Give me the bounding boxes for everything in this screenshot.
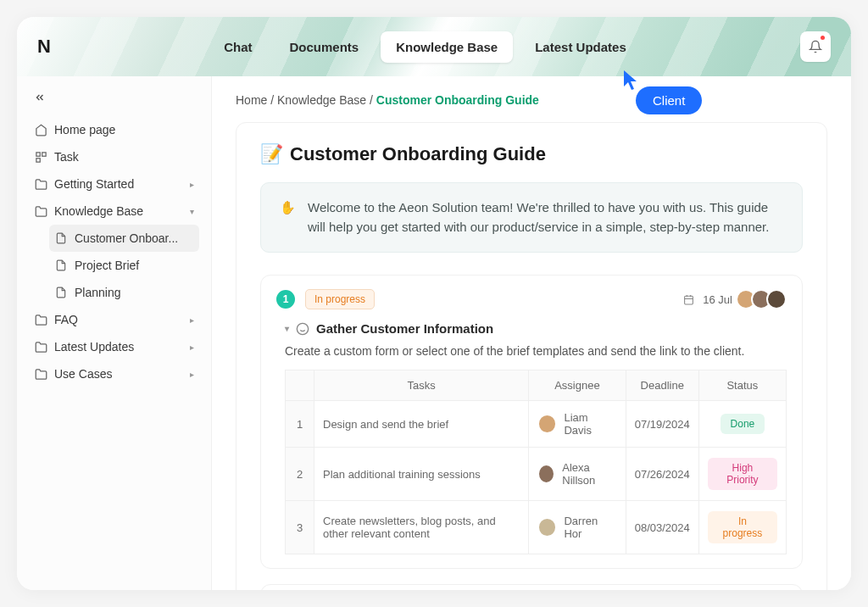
step-2-card: 2 To Do 21 Jul <box>260 584 803 590</box>
top-nav: Chat Documents Knowledge Base Latest Upd… <box>209 31 642 63</box>
table-header-tasks: Tasks <box>314 370 529 401</box>
table-row[interactable]: 2 Plan additional training sessions Alex… <box>286 448 787 501</box>
table-header-deadline: Deadline <box>626 370 698 401</box>
breadcrumb-home[interactable]: Home <box>236 93 267 107</box>
sidebar-item-label: Latest Updates <box>54 340 134 354</box>
avatar-stack <box>741 289 787 309</box>
assignee-cell: Liam Davis <box>529 401 626 448</box>
row-num: 1 <box>286 401 314 448</box>
body: Home page Task Getting Started ▸ Knowled… <box>17 76 851 590</box>
chevron-right-icon: ▸ <box>190 315 194 325</box>
folder-icon <box>34 177 47 191</box>
avatar <box>537 517 557 537</box>
sidebar-item-label: Getting Started <box>54 177 134 191</box>
nav-documents[interactable]: Documents <box>274 31 374 63</box>
app-window: N Chat Documents Knowledge Base Latest U… <box>17 17 851 590</box>
table-row[interactable]: 1 Design and send the brief Liam Davis 0… <box>286 401 787 448</box>
sidebar-item-faq[interactable]: FAQ ▸ <box>29 306 199 333</box>
table-row[interactable]: 3 Create newsletters, blog posts, and ot… <box>286 501 787 554</box>
svg-rect-1 <box>42 152 45 155</box>
nav-latest-updates[interactable]: Latest Updates <box>520 31 642 63</box>
folder-icon <box>34 340 47 354</box>
document-icon <box>54 286 68 299</box>
collapse-sidebar-button[interactable] <box>29 88 199 109</box>
status-pill: In progress <box>708 511 777 543</box>
avatar <box>537 414 557 434</box>
chevron-down-icon[interactable]: ▾ <box>285 324 289 333</box>
step-description: Create a custom form or select one of th… <box>285 344 787 358</box>
task-cell: Create newsletters, blog posts, and othe… <box>314 501 529 554</box>
sidebar-item-label: Use Cases <box>54 367 112 381</box>
document-icon <box>54 231 68 245</box>
page-title-text: Customer Onboarding Guide <box>290 143 546 165</box>
notification-dot <box>821 36 825 40</box>
status-badge: In progress <box>305 289 375 309</box>
step-subtitle-text: Gather Customer Information <box>316 321 493 336</box>
sidebar-sub-kb: Customer Onboar... Project Brief Plannin… <box>29 225 199 306</box>
face-icon <box>296 322 309 336</box>
folder-icon <box>34 313 47 326</box>
svg-rect-2 <box>36 158 39 161</box>
breadcrumb-current: Customer Onboarding Guide <box>376 93 539 107</box>
assignee-name: Alexa Nillson <box>562 461 616 487</box>
bell-icon <box>809 40 822 53</box>
assignee-name: Liam Davis <box>564 411 616 437</box>
sidebar-item-label: Planning <box>75 286 121 299</box>
sidebar-item-label: Task <box>54 150 79 164</box>
status-cell: High Priority <box>698 448 786 501</box>
welcome-text: Welcome to the Aeon Solution team! We're… <box>308 198 783 237</box>
notifications-button[interactable] <box>800 31 831 62</box>
logo: N <box>37 36 50 58</box>
step-1-card: 1 In progress 16 Jul <box>260 275 803 569</box>
step-body: ▾ Gather Customer Information Create a c… <box>276 321 787 554</box>
sidebar-item-label: Customer Onboar... <box>75 231 178 245</box>
assignee-cell: Darren Hor <box>529 501 626 554</box>
status-cell: Done <box>698 401 786 448</box>
page-title-icon: 📝 <box>260 143 283 165</box>
avatar <box>537 464 555 484</box>
sidebar: Home page Task Getting Started ▸ Knowled… <box>17 76 212 590</box>
svg-rect-0 <box>36 152 39 155</box>
step-number: 1 <box>276 290 295 309</box>
sidebar-item-task[interactable]: Task <box>29 143 199 170</box>
sidebar-item-label: Home page <box>54 123 115 136</box>
client-tooltip: Client <box>636 86 702 114</box>
sidebar-item-planning[interactable]: Planning <box>49 279 199 306</box>
sidebar-item-label: FAQ <box>54 313 78 326</box>
assignee-cell: Alexa Nillson <box>529 448 626 501</box>
sidebar-item-knowledge-base[interactable]: Knowledge Base ▾ <box>29 198 199 225</box>
chevron-double-left-icon <box>34 92 46 103</box>
deadline-cell: 08/03/2024 <box>626 501 698 554</box>
task-table: Tasks Assignee Deadline Status 1 Design … <box>285 370 787 554</box>
sidebar-item-latest-updates[interactable]: Latest Updates ▸ <box>29 333 199 360</box>
task-icon <box>34 150 47 164</box>
sidebar-item-label: Project Brief <box>75 259 139 272</box>
sidebar-item-use-cases[interactable]: Use Cases ▸ <box>29 360 199 387</box>
deadline-cell: 07/26/2024 <box>626 448 698 501</box>
sidebar-item-home[interactable]: Home page <box>29 116 199 143</box>
nav-chat[interactable]: Chat <box>209 31 267 63</box>
main-content: Home / Knowledge Base / Customer Onboard… <box>212 76 851 590</box>
nav-knowledge-base[interactable]: Knowledge Base <box>381 31 513 63</box>
document-icon <box>54 259 68 272</box>
breadcrumb-kb[interactable]: Knowledge Base <box>277 93 366 107</box>
calendar-icon <box>683 294 694 305</box>
sidebar-item-project-brief[interactable]: Project Brief <box>49 252 199 279</box>
table-header-num <box>286 370 314 401</box>
wave-icon: ✋ <box>280 198 296 237</box>
status-pill: High Priority <box>708 458 777 490</box>
row-num: 3 <box>286 501 314 554</box>
content-card: 📝 Customer Onboarding Guide ✋ Welcome to… <box>236 122 827 590</box>
chevron-down-icon: ▾ <box>190 207 194 216</box>
welcome-banner: ✋ Welcome to the Aeon Solution team! We'… <box>260 182 803 253</box>
task-cell: Design and send the brief <box>314 401 529 448</box>
status-pill: Done <box>721 414 765 434</box>
step-date: 16 Jul <box>703 293 732 306</box>
sidebar-item-customer-onboarding[interactable]: Customer Onboar... <box>49 225 199 252</box>
step-meta: 16 Jul <box>683 289 787 309</box>
sidebar-item-getting-started[interactable]: Getting Started ▸ <box>29 170 199 198</box>
chevron-right-icon: ▸ <box>190 180 194 189</box>
assignee-name: Darren Hor <box>564 515 616 540</box>
svg-rect-3 <box>685 296 693 304</box>
status-cell: In progress <box>698 501 786 554</box>
